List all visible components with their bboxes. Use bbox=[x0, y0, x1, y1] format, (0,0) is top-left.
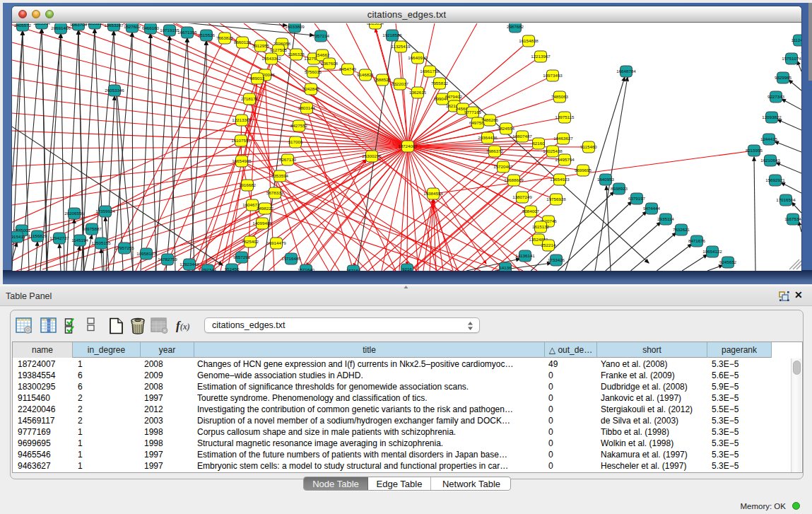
svg-text:10653287: 10653287 bbox=[104, 23, 124, 28]
svg-text:8813054: 8813054 bbox=[367, 23, 384, 25]
svg-text:20206556: 20206556 bbox=[64, 211, 84, 216]
svg-text:6379197: 6379197 bbox=[628, 196, 646, 201]
svg-text:18724007: 18724007 bbox=[398, 144, 418, 148]
svg-text:7357214: 7357214 bbox=[312, 33, 330, 38]
svg-text:5678332: 5678332 bbox=[266, 190, 284, 195]
svg-text:1305564: 1305564 bbox=[33, 23, 51, 25]
svg-text:17016504: 17016504 bbox=[776, 197, 796, 202]
svg-text:9329965: 9329965 bbox=[775, 75, 792, 80]
svg-text:1527602: 1527602 bbox=[124, 24, 141, 29]
svg-text:1353594: 1353594 bbox=[271, 173, 289, 178]
svg-text:14136141: 14136141 bbox=[515, 253, 535, 258]
svg-text:20364436: 20364436 bbox=[478, 135, 498, 140]
svg-text:12505155: 12505155 bbox=[91, 240, 111, 245]
svg-text:5756035: 5756035 bbox=[305, 69, 322, 74]
svg-text:6466160: 6466160 bbox=[142, 25, 160, 30]
svg-text:9245652: 9245652 bbox=[719, 259, 737, 264]
svg-text:9227343: 9227343 bbox=[767, 94, 785, 99]
svg-text:9474444: 9474444 bbox=[643, 206, 661, 211]
svg-text:16914479: 16914479 bbox=[266, 240, 286, 245]
svg-text:7632621: 7632621 bbox=[673, 227, 690, 232]
svg-text:8322037: 8322037 bbox=[392, 81, 409, 86]
svg-text:7986372: 7986372 bbox=[486, 148, 504, 153]
svg-text:16671355: 16671355 bbox=[177, 30, 197, 35]
svg-text:2803144: 2803144 bbox=[298, 105, 316, 110]
svg-text:9084007: 9084007 bbox=[522, 209, 540, 214]
svg-text:12213967: 12213967 bbox=[531, 54, 551, 59]
svg-text:3824554: 3824554 bbox=[498, 126, 515, 131]
svg-text:16210643: 16210643 bbox=[760, 158, 780, 163]
svg-text:8215955: 8215955 bbox=[746, 148, 763, 153]
svg-text:7485063: 7485063 bbox=[551, 94, 569, 99]
svg-text:19384554: 19384554 bbox=[423, 191, 443, 196]
svg-text:10025438: 10025438 bbox=[543, 148, 563, 153]
svg-text:7663822: 7663822 bbox=[216, 35, 234, 40]
svg-text:3912955: 3912955 bbox=[252, 43, 270, 48]
svg-text:12093822: 12093822 bbox=[762, 115, 782, 119]
svg-text:16107553: 16107553 bbox=[231, 138, 251, 143]
svg-text:10973493: 10973493 bbox=[543, 73, 563, 78]
svg-text:1571640: 1571640 bbox=[298, 267, 315, 271]
svg-text:1145194: 1145194 bbox=[71, 238, 88, 243]
svg-text:8454749: 8454749 bbox=[339, 66, 357, 71]
svg-text:3498222: 3498222 bbox=[257, 206, 274, 211]
svg-text:1292344: 1292344 bbox=[199, 267, 217, 271]
svg-text:12923448: 12923448 bbox=[180, 262, 199, 267]
svg-text:9216: 9216 bbox=[402, 267, 412, 271]
svg-text:1244415: 1244415 bbox=[760, 136, 778, 141]
svg-text:7486266: 7486266 bbox=[481, 117, 499, 122]
svg-text:11325419: 11325419 bbox=[391, 44, 411, 49]
svg-text:16543362: 16543362 bbox=[261, 56, 281, 61]
svg-text:8938923: 8938923 bbox=[611, 186, 628, 191]
svg-text:25300295: 25300295 bbox=[362, 153, 382, 158]
svg-text:9127505: 9127505 bbox=[270, 47, 288, 52]
svg-text:16033809: 16033809 bbox=[285, 24, 305, 29]
svg-text:1916682: 1916682 bbox=[239, 182, 257, 187]
svg-text:10688609: 10688609 bbox=[504, 177, 524, 182]
svg-text:15720407: 15720407 bbox=[493, 164, 513, 169]
svg-text:12213369: 12213369 bbox=[232, 117, 252, 122]
svg-text:15692921: 15692921 bbox=[765, 177, 785, 182]
svg-text:16961758: 16961758 bbox=[420, 69, 440, 74]
svg-text:9242848: 9242848 bbox=[302, 86, 320, 91]
svg-text:11156829: 11156829 bbox=[28, 233, 47, 238]
svg-text:6479402: 6479402 bbox=[445, 94, 463, 99]
svg-text:18463627: 18463627 bbox=[553, 136, 573, 141]
svg-text:1112437: 1112437 bbox=[791, 37, 801, 42]
svg-text:20691406: 20691406 bbox=[51, 25, 71, 30]
svg-text:19756928: 19756928 bbox=[546, 197, 566, 201]
svg-text:14136: 14136 bbox=[499, 265, 512, 270]
svg-text:17957255: 17957255 bbox=[114, 245, 134, 250]
svg-text:1733426: 1733426 bbox=[548, 257, 565, 262]
svg-text:14099489: 14099489 bbox=[252, 221, 272, 226]
svg-text:9146821: 9146821 bbox=[357, 72, 375, 77]
svg-text:16782759: 16782759 bbox=[158, 257, 177, 262]
svg-text:10719155: 10719155 bbox=[160, 28, 180, 33]
svg-text:10958107: 10958107 bbox=[136, 251, 156, 256]
svg-text:15751074: 15751074 bbox=[782, 56, 801, 61]
svg-text:13975115: 13975115 bbox=[555, 115, 575, 119]
svg-text:3915411: 3915411 bbox=[12, 234, 25, 239]
svg-text:9657291: 9657291 bbox=[233, 255, 251, 259]
svg-text:9699695: 9699695 bbox=[575, 168, 592, 173]
svg-text:2405572: 2405572 bbox=[14, 23, 32, 28]
svg-text:317006: 317006 bbox=[288, 139, 303, 144]
svg-text:8471676: 8471676 bbox=[688, 238, 706, 243]
svg-text:2367608: 2367608 bbox=[321, 61, 339, 66]
svg-text:1362615: 1362615 bbox=[409, 90, 427, 95]
svg-text:30975887: 30975887 bbox=[82, 226, 102, 231]
svg-text:7515526: 7515526 bbox=[198, 33, 216, 37]
svg-text:15716485: 15716485 bbox=[281, 256, 301, 261]
svg-text:16654985: 16654985 bbox=[232, 158, 252, 163]
svg-text:7625402: 7625402 bbox=[242, 239, 259, 244]
svg-text:252214: 252214 bbox=[541, 243, 556, 247]
svg-text:17359924: 17359924 bbox=[95, 209, 115, 214]
svg-text:10654122: 10654122 bbox=[702, 249, 722, 254]
svg-text:13807249: 13807249 bbox=[512, 194, 532, 199]
svg-text:952450: 952450 bbox=[225, 267, 240, 271]
svg-text:16154838: 16154838 bbox=[519, 38, 539, 43]
svg-text:2935114: 2935114 bbox=[657, 216, 674, 221]
svg-text:10855257: 10855257 bbox=[85, 23, 105, 25]
svg-text:8427552: 8427552 bbox=[290, 123, 308, 128]
svg-text:1640953: 1640953 bbox=[597, 177, 615, 182]
